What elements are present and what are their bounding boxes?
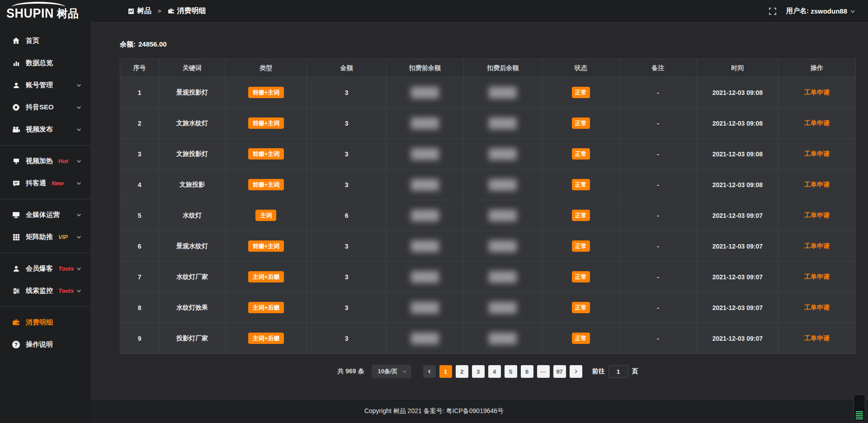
masked-value [489, 240, 517, 252]
cell-balance-after [463, 108, 542, 139]
table-row: 2 文旅水纹灯 前缀+主词 3 正常 - 2021-12-03 09:08 工单… [120, 108, 856, 139]
table-header-row: 序号 关键词 类型 金额 扣费前余额 扣费后余额 状态 备注 时间 操作 [120, 59, 856, 77]
page-button-active[interactable]: 1 [439, 365, 452, 378]
masked-value [489, 179, 517, 191]
type-badge: 前缀+主词 [248, 179, 284, 190]
floating-widget[interactable] [854, 395, 865, 422]
sidebar-item-video-publish[interactable]: 视频发布 [0, 118, 90, 141]
cell-keyword: 文旅水纹灯 [159, 108, 225, 139]
work-order-link[interactable]: 工单申请 [804, 212, 830, 219]
cell-time: 2021-12-03 09:07 [697, 231, 778, 262]
prev-page-button[interactable] [423, 365, 436, 378]
cell-remark: - [619, 262, 697, 292]
cell-action: 工单申请 [778, 292, 856, 323]
col-header-status: 状态 [542, 59, 619, 77]
work-order-link[interactable]: 工单申请 [804, 273, 830, 280]
cell-type: 前缀+主词 [225, 77, 307, 108]
cell-no: 7 [120, 262, 159, 292]
chevron-down-icon [76, 266, 81, 271]
chevron-down-icon [76, 212, 81, 217]
work-order-link[interactable]: 工单申请 [804, 150, 830, 157]
sidebar-item-douyin-seo[interactable]: 抖音SEO [0, 96, 90, 118]
work-order-link[interactable]: 工单申请 [804, 304, 830, 311]
hot-tag: Hot [58, 158, 68, 164]
goto-page-input[interactable] [609, 365, 628, 378]
work-order-link[interactable]: 工单申请 [804, 181, 830, 188]
type-badge: 前缀+主词 [248, 118, 284, 129]
page-button[interactable]: 4 [488, 365, 501, 378]
cell-amount: 3 [307, 139, 387, 169]
cell-remark: - [619, 292, 697, 323]
status-badge: 正常 [572, 302, 590, 313]
sidebar-item-home[interactable]: 首页 [0, 30, 90, 52]
cell-time: 2021-12-03 09:07 [697, 323, 778, 354]
sidebar-item-clue-monitor[interactable]: 线索监控 Tools [0, 280, 90, 302]
cell-remark: - [619, 77, 697, 108]
work-order-link[interactable]: 工单申请 [804, 334, 830, 342]
masked-value [489, 210, 517, 221]
col-header-balance-before: 扣费前余额 [386, 59, 463, 77]
breadcrumb-home[interactable]: 树品 [137, 6, 151, 16]
cell-amount: 3 [307, 231, 387, 262]
table-row: 4 文旅投影 前缀+主词 3 正常 - 2021-12-03 09:08 工单申… [120, 169, 856, 200]
page-button-last[interactable]: 97 [553, 365, 566, 378]
sidebar-item-label: 会员爆客 [26, 264, 53, 273]
cell-balance-after [463, 200, 542, 231]
cell-no: 9 [120, 323, 159, 354]
sidebar-item-matrix-boost[interactable]: 矩阵助推 VIP [0, 226, 90, 248]
masked-value [411, 118, 439, 129]
app-logo[interactable]: SHUPIN树品 [0, 0, 90, 28]
work-order-link[interactable]: 工单申请 [804, 119, 830, 127]
page-ellipsis-button[interactable]: ··· [537, 365, 550, 378]
footer: Copyright 树品 2021 备案号: 粤ICP备09019646号 [0, 399, 868, 423]
sidebar-item-instructions[interactable]: ? 操作说明 [0, 334, 90, 356]
cell-type: 前缀+主词 [225, 108, 307, 139]
chevron-down-icon [76, 288, 81, 293]
sidebar-item-douketong[interactable]: 抖客通 New [0, 172, 90, 194]
sidebar-item-consumption-detail[interactable]: 消费明细 [0, 311, 90, 334]
sidebar-item-account-mgmt[interactable]: 账号管理 [0, 74, 90, 96]
next-page-button[interactable] [570, 365, 582, 378]
cell-no: 3 [120, 139, 159, 169]
chat-bubble-icon [12, 179, 20, 187]
page-button[interactable]: 5 [505, 365, 517, 378]
cell-balance-after [463, 231, 542, 262]
logo-text-en: SHUPIN [6, 6, 54, 21]
type-badge: 主词+后缀 [248, 333, 284, 344]
chevron-down-icon [76, 83, 81, 88]
goto-page: 前往 页 [592, 365, 638, 378]
table-row: 1 景观投影灯 前缀+主词 3 正常 - 2021-12-03 09:08 工单… [120, 77, 856, 108]
wallet-icon [12, 319, 20, 326]
sidebar-item-data-overview[interactable]: 数据总览 [0, 52, 90, 74]
sidebar-item-label: 抖客通 [26, 179, 46, 188]
status-badge: 正常 [572, 148, 590, 160]
type-badge: 主词+后缀 [248, 302, 284, 313]
page-button[interactable]: 6 [521, 365, 533, 378]
chevron-down-icon [76, 127, 81, 132]
sidebar-item-member-baoke[interactable]: 会员爆客 Tools [0, 258, 90, 280]
status-badge: 正常 [572, 240, 590, 252]
type-badge: 前缀+主词 [248, 240, 284, 252]
status-badge: 正常 [572, 179, 590, 190]
breadcrumb: 树品 > 消费明细 [128, 6, 206, 16]
col-header-balance-after: 扣费后余额 [463, 59, 542, 77]
page-button[interactable]: 3 [472, 365, 485, 378]
user-dropdown[interactable]: 用户名: zswodun88 [786, 7, 855, 15]
topbar: 树品 > 消费明细 用户名: zswodun88 [90, 0, 868, 23]
work-order-link[interactable]: 工单申请 [804, 89, 830, 96]
cell-no: 5 [120, 200, 159, 231]
page-size-select[interactable]: 10条/页 [372, 365, 411, 378]
page-button[interactable]: 2 [456, 365, 468, 378]
col-header-time: 时间 [697, 59, 778, 77]
sidebar-item-media-operation[interactable]: 全媒体运营 [0, 204, 90, 226]
cell-amount: 6 [307, 200, 387, 231]
sidebar-item-label: 账号管理 [26, 81, 53, 89]
col-header-remark: 备注 [619, 59, 697, 77]
sidebar-item-video-heat[interactable]: 视频加热 Hot [0, 150, 90, 172]
member-icon [12, 265, 20, 273]
masked-value [411, 87, 439, 99]
fullscreen-icon[interactable] [769, 8, 776, 15]
work-order-link[interactable]: 工单申请 [804, 242, 830, 249]
home-icon [12, 37, 20, 45]
cell-time: 2021-12-03 09:07 [697, 262, 778, 292]
